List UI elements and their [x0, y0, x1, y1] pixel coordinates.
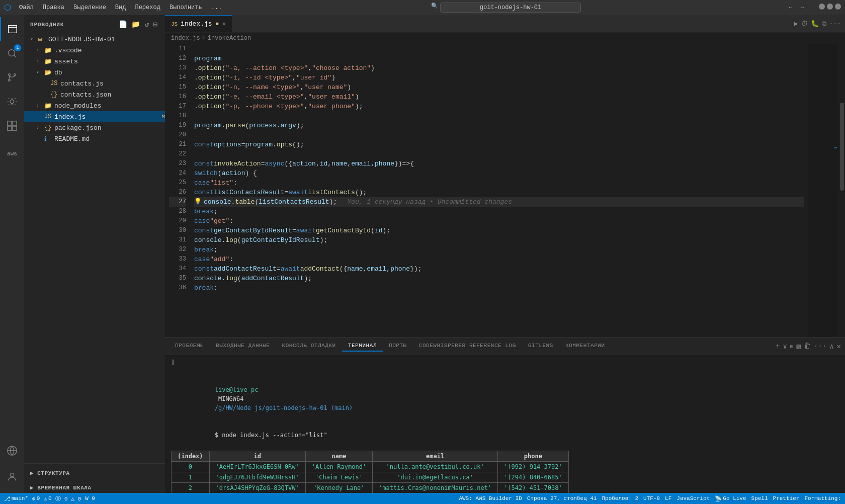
tree-item-db[interactable]: ▾ 📂 db [24, 67, 165, 78]
tab-close-button[interactable]: ✕ [222, 20, 225, 28]
tab-debug-console[interactable]: КОНСОЛЬ ОТЛАДКИ [276, 341, 342, 352]
status-eol[interactable]: LF [665, 495, 671, 501]
window-close[interactable] [835, 4, 841, 10]
nav-forward[interactable]: → [797, 4, 807, 12]
menu-go[interactable]: Переход [131, 3, 164, 12]
activity-bar: 1 aws [0, 15, 24, 493]
status-formatting[interactable]: Formatting: [804, 495, 841, 501]
tab-output[interactable]: ВЫХОДНЫЕ ДАННЫЕ [210, 341, 276, 352]
tab-gitlens[interactable]: GITLENS [522, 341, 559, 352]
new-file-icon[interactable]: 📄 [118, 19, 129, 30]
scrollbar-thumb[interactable] [840, 103, 844, 191]
status-prettier[interactable]: Prettier [773, 495, 800, 501]
breadcrumb: index.js > invokeAction [165, 33, 845, 44]
menu-view[interactable]: Вид [111, 3, 130, 12]
menu-edit[interactable]: Правка [39, 3, 68, 12]
breadcrumb-symbol[interactable]: invokeAction [208, 35, 251, 42]
tab-index-js[interactable]: JS index.js ● ✕ [165, 15, 232, 32]
debug-icon[interactable]: 🐛 [811, 20, 819, 28]
activity-source-control[interactable] [0, 65, 24, 90]
tree-item-assets[interactable]: › 📁 assets [24, 56, 165, 67]
status-encoding[interactable]: UTF-8 [643, 495, 660, 501]
close-panel-icon[interactable]: ✕ [837, 342, 841, 351]
terminal-ellipsis-icon[interactable]: ··· [814, 342, 826, 350]
history-icon[interactable]: ⏱ [801, 20, 808, 28]
terminal-more-icon[interactable]: ∨ [783, 342, 787, 351]
window-minimize[interactable] [819, 4, 825, 10]
run-icon[interactable]: ▶ [794, 20, 798, 28]
term-path: /g/HW/Node js/goit-nodejs-hw-01 (main) [215, 404, 353, 411]
tree-item-package-json[interactable]: › {} package.json [24, 122, 165, 133]
tree-item-index-js[interactable]: JS index.js M [24, 111, 165, 122]
tab-codewhisperer[interactable]: CODEWHISPERER REFERENCE LOG [413, 341, 522, 352]
tree-item-vscode[interactable]: › 📁 .vscode [24, 45, 165, 56]
terminal-panel: ПРОБЛЕМЫ ВЫХОДНЫЕ ДАННЫЕ КОНСОЛЬ ОТЛАДКИ… [165, 337, 845, 493]
activity-search[interactable]: 1 [0, 41, 24, 65]
col-name: name [305, 451, 372, 462]
structure-section[interactable]: ▶ СТРУКТУРА [24, 468, 165, 478]
tab-terminal[interactable]: ТЕРМИНАЛ [342, 341, 383, 352]
code-editor[interactable]: 1112131415 1617181920 2122232425 2627 28… [165, 44, 845, 337]
menu-more[interactable]: ... [207, 3, 226, 12]
add-terminal-icon[interactable]: + [776, 342, 780, 350]
breadcrumb-file[interactable]: index.js [171, 35, 200, 42]
new-folder-icon[interactable]: 📁 [130, 19, 141, 30]
activity-remote[interactable] [0, 439, 24, 463]
lightbulb-icon[interactable]: 💡 [194, 197, 202, 207]
status-w[interactable]: W 0 [85, 495, 95, 501]
svg-rect-6 [13, 121, 17, 125]
status-errors[interactable]: ⊗ 0 [32, 495, 40, 502]
terminal-split-icon[interactable]: ▨ [796, 342, 800, 351]
search-badge: 1 [14, 44, 21, 51]
tree-item-node-modules[interactable]: › 📁 node_modules [24, 100, 165, 111]
status-info[interactable]: ⓔ 0 △ 0 [55, 495, 81, 502]
term-command-line: $ node index.js --action="list" [171, 422, 839, 449]
status-position[interactable]: Строка 27, столбец 41 [527, 495, 597, 501]
status-language[interactable]: JavaScript [677, 495, 710, 501]
nav-back[interactable]: ← [786, 4, 796, 12]
sidebar-title: ПРОВОДНИК [30, 22, 64, 28]
menu-selection[interactable]: Выделение [69, 3, 110, 12]
terminal-type-icon[interactable]: ⊞ [790, 343, 794, 350]
timeline-section[interactable]: ▶ ВРЕМЕННАЯ ШКАЛА [24, 482, 165, 493]
split-editor-icon[interactable]: ⧉ [822, 20, 826, 28]
code-line [194, 111, 804, 121]
refresh-icon[interactable]: ↺ [143, 19, 150, 30]
editor-terminal-split: 1112131415 1617181920 2122232425 2627 28… [165, 44, 845, 493]
menu-bar: Файл Правка Выделение Вид Переход Выполн… [15, 3, 226, 12]
activity-extensions[interactable] [0, 114, 24, 138]
tree-root[interactable]: ▾ ⊞ GOIT-NODEJS-HW-01 [24, 34, 165, 45]
status-warnings[interactable]: ⚠ 0 [44, 495, 51, 502]
tab-ports[interactable]: ПОРТЫ [383, 341, 413, 352]
status-spell[interactable]: Spell [751, 495, 768, 501]
status-aws[interactable]: AWS: AWS Builder ID [459, 495, 522, 501]
tree-item-contacts-js[interactable]: JS contacts.js [24, 78, 165, 89]
collapse-all-icon[interactable]: ⊟ [152, 19, 159, 30]
menu-run[interactable]: Выполнить [165, 3, 206, 12]
tree-item-contacts-json[interactable]: {} contacts.json [24, 89, 165, 100]
tree-item-readme[interactable]: ℹ README.md [24, 133, 165, 144]
window-maximize[interactable] [827, 4, 833, 10]
activity-account[interactable] [0, 465, 24, 489]
chevron-up-icon[interactable]: ∧ [829, 342, 833, 351]
activity-explorer[interactable] [0, 17, 24, 41]
editor-scrollbar[interactable] [838, 44, 845, 337]
term-line: ] [171, 358, 839, 367]
terminal-content[interactable]: ] live@live_pc MINGW64 /g/HW/Node js/goi… [165, 355, 845, 493]
trash-icon[interactable]: 🗑 [804, 342, 811, 350]
modified-indicator: M [161, 114, 165, 120]
sidebar-bottom: ▶ СТРУКТУРА ▶ ВРЕМЕННАЯ ШКАЛА [24, 463, 165, 493]
activity-aws[interactable]: aws [0, 142, 24, 166]
search-input[interactable]: goit-nodejs-hw-01 [440, 3, 581, 13]
code-line: const listContactsResult = await listCon… [194, 188, 804, 197]
tab-problems[interactable]: ПРОБЛЕМЫ [169, 341, 210, 352]
code-line: case "get": [194, 216, 804, 226]
status-spaces[interactable]: Пробелов: 2 [602, 495, 638, 501]
status-branch[interactable]: ⎇ main* [4, 495, 28, 502]
menu-file[interactable]: Файл [15, 3, 38, 12]
status-golive[interactable]: 📡 Go Live [715, 495, 746, 502]
tab-comments[interactable]: КОММЕНТАРИИ [559, 341, 611, 352]
code-content[interactable]: program .option("-a, --action <type>", "… [190, 44, 808, 337]
more-actions-icon[interactable]: ··· [829, 20, 841, 28]
activity-debug[interactable] [0, 90, 24, 114]
